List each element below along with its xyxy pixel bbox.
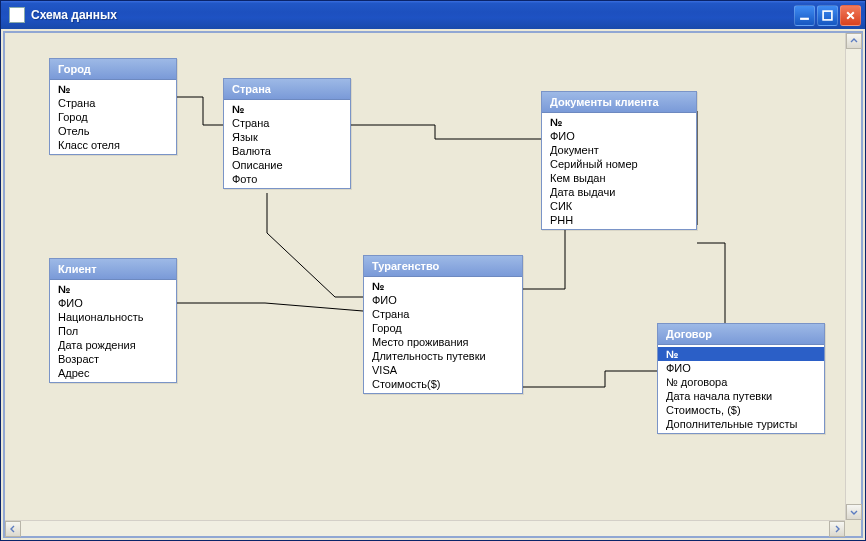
entity-field-list: №ФИОДокументСерийный номерКем выданДата … [542, 113, 696, 229]
entity-field[interactable]: Отель [50, 124, 176, 138]
entity-field[interactable]: Страна [224, 116, 350, 130]
entity-strana[interactable]: Страна№СтранаЯзыкВалютаОписаниеФото [223, 78, 351, 189]
entity-field[interactable]: Дата выдачи [542, 185, 696, 199]
entity-field[interactable]: Документ [542, 143, 696, 157]
entity-field[interactable]: Стоимость($) [364, 377, 522, 391]
entity-field[interactable]: Валюта [224, 144, 350, 158]
entity-field[interactable]: ФИО [542, 129, 696, 143]
entity-field[interactable]: ФИО [658, 361, 824, 375]
relationships-icon [9, 7, 25, 23]
relationship-line [177, 303, 363, 311]
maximize-icon [822, 10, 833, 21]
entity-field[interactable]: Описание [224, 158, 350, 172]
entity-field[interactable]: Пол [50, 324, 176, 338]
entity-header[interactable]: Документы клиента [542, 92, 696, 113]
entity-field[interactable]: № договора [658, 375, 824, 389]
relationship-line [267, 193, 363, 297]
relationship-line [697, 243, 725, 323]
entity-field[interactable]: Дополнительные туристы [658, 417, 824, 431]
entity-field[interactable]: Адрес [50, 366, 176, 380]
entity-field-list: №СтранаЯзыкВалютаОписаниеФото [224, 100, 350, 188]
entity-field[interactable]: ФИО [364, 293, 522, 307]
title-bar[interactable]: Схема данных [1, 1, 865, 29]
entity-field[interactable]: Кем выдан [542, 171, 696, 185]
entity-field[interactable]: № [542, 115, 696, 129]
relationship-line [351, 125, 541, 139]
entity-field-list: №ФИОНациональностьПолДата рожденияВозрас… [50, 280, 176, 382]
entity-field[interactable]: Серийный номер [542, 157, 696, 171]
window-title: Схема данных [31, 8, 794, 22]
horizontal-scrollbar[interactable] [5, 520, 845, 536]
entity-field[interactable]: РНН [542, 213, 696, 227]
minimize-icon [799, 10, 810, 21]
entity-field[interactable]: Город [364, 321, 522, 335]
entity-klient[interactable]: Клиент№ФИОНациональностьПолДата рождения… [49, 258, 177, 383]
entity-header[interactable]: Турагенство [364, 256, 522, 277]
entity-header[interactable]: Страна [224, 79, 350, 100]
entity-dogovor[interactable]: Договор№ФИО№ договораДата начала путевки… [657, 323, 825, 434]
entity-header[interactable]: Город [50, 59, 176, 80]
entity-field[interactable]: Дата начала путевки [658, 389, 824, 403]
entity-field[interactable]: Город [50, 110, 176, 124]
scrollbar-corner [845, 520, 861, 536]
client-area: Город№СтранаГородОтельКласс отеляСтрана№… [3, 31, 863, 538]
close-button[interactable] [840, 5, 861, 26]
scroll-right-button[interactable] [829, 521, 845, 537]
chevron-down-icon [850, 508, 858, 516]
entity-gorod[interactable]: Город№СтранаГородОтельКласс отеля [49, 58, 177, 155]
entity-header[interactable]: Договор [658, 324, 824, 345]
entity-field[interactable]: ФИО [50, 296, 176, 310]
entity-field[interactable]: Стоимость, ($) [658, 403, 824, 417]
entity-field-list: №СтранаГородОтельКласс отеля [50, 80, 176, 154]
entity-field[interactable]: Страна [364, 307, 522, 321]
entity-field[interactable]: Фото [224, 172, 350, 186]
entity-field[interactable]: Страна [50, 96, 176, 110]
entity-header[interactable]: Клиент [50, 259, 176, 280]
entity-field[interactable]: № [364, 279, 522, 293]
minimize-button[interactable] [794, 5, 815, 26]
entity-field[interactable]: № [50, 282, 176, 296]
entity-field[interactable]: Класс отеля [50, 138, 176, 152]
chevron-right-icon [833, 525, 841, 533]
svg-rect-1 [823, 11, 832, 20]
entity-field[interactable]: СИК [542, 199, 696, 213]
entity-field[interactable]: VISA [364, 363, 522, 377]
vertical-scrollbar[interactable] [845, 33, 861, 520]
entity-field[interactable]: № [658, 347, 824, 361]
scroll-up-button[interactable] [846, 33, 862, 49]
scroll-left-button[interactable] [5, 521, 21, 537]
entity-field[interactable]: Язык [224, 130, 350, 144]
entity-field[interactable]: № [50, 82, 176, 96]
entity-field-list: №ФИОСтранаГородМесто проживанияДлительно… [364, 277, 522, 393]
entity-field[interactable]: Дата рождения [50, 338, 176, 352]
entity-field[interactable]: Длительность путевки [364, 349, 522, 363]
svg-rect-0 [800, 17, 809, 19]
entity-docs[interactable]: Документы клиента№ФИОДокументСерийный но… [541, 91, 697, 230]
scroll-down-button[interactable] [846, 504, 862, 520]
relationship-line [523, 371, 657, 387]
relationship-line [177, 97, 223, 125]
chevron-up-icon [850, 37, 858, 45]
entity-field[interactable]: № [224, 102, 350, 116]
entity-field-list: №ФИО№ договораДата начала путевкиСтоимос… [658, 345, 824, 433]
chevron-left-icon [9, 525, 17, 533]
app-window: Схема данных Город№СтранаГородОтельКласс… [0, 0, 866, 541]
entity-tur[interactable]: Турагенство№ФИОСтранаГородМесто проживан… [363, 255, 523, 394]
schema-canvas[interactable]: Город№СтранаГородОтельКласс отеляСтрана№… [5, 33, 845, 520]
entity-field[interactable]: Место проживания [364, 335, 522, 349]
entity-field[interactable]: Национальность [50, 310, 176, 324]
maximize-button[interactable] [817, 5, 838, 26]
window-buttons [794, 5, 861, 26]
close-icon [845, 10, 856, 21]
entity-field[interactable]: Возраст [50, 352, 176, 366]
